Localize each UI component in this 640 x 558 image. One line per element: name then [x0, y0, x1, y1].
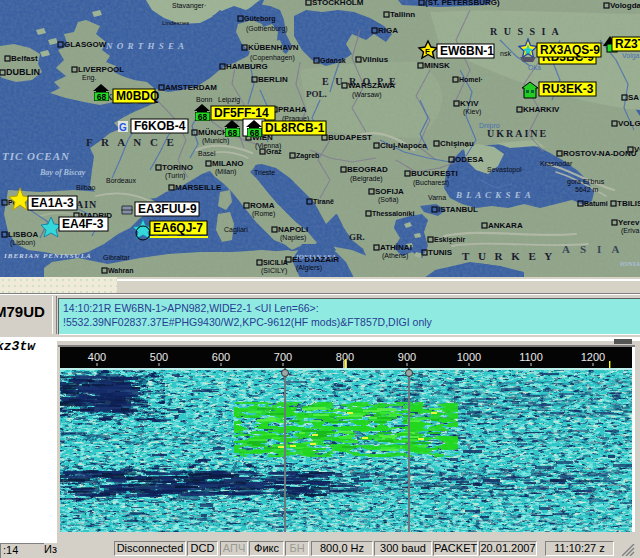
svg-text:G: G — [119, 122, 127, 133]
svg-text:Bilbao: Bilbao — [76, 184, 96, 191]
svg-text:(Algiers): (Algiers) — [296, 264, 322, 272]
svg-text:F: F — [425, 47, 430, 56]
svg-text:Krasnodar: Krasnodar — [540, 160, 573, 167]
svg-text:gora El'brus: gora El'brus — [567, 178, 605, 186]
svg-text:EA4F-3: EA4F-3 — [62, 217, 104, 231]
svg-text:GLASGOW: GLASGOW — [64, 40, 107, 49]
svg-text:ROMA: ROMA — [250, 201, 275, 210]
svg-text:EA6QJ-7: EA6QJ-7 — [153, 221, 203, 235]
svg-text:VOLGO: VOLGO — [618, 119, 640, 128]
svg-text:(Turin): (Turin) — [165, 172, 185, 180]
svg-text:(Gothenburg): (Gothenburg) — [246, 25, 288, 33]
svg-text:MINSK: MINSK — [424, 61, 450, 70]
svg-text:68: 68 — [97, 92, 107, 102]
svg-text:Yerev: Yerev — [618, 218, 640, 227]
svg-text:UKRAINE: UKRAINE — [487, 128, 548, 139]
svg-text:TORINO: TORINO — [162, 163, 193, 172]
svg-text:Eng.: Eng. — [82, 74, 96, 82]
svg-text:Volga: Volga — [622, 52, 640, 60]
svg-text:POL.: POL. — [306, 89, 327, 99]
svg-text:NAPOLI: NAPOLI — [278, 225, 308, 234]
svg-text:5642 m: 5642 m — [575, 186, 599, 193]
svg-text:HAMBURG: HAMBURG — [226, 62, 268, 71]
svg-text:TIC OCEAN: TIC OCEAN — [2, 150, 70, 162]
svg-text:Zagreb: Zagreb — [296, 152, 319, 160]
svg-text:STOCKHOLM: STOCKHOLM — [312, 0, 364, 7]
svg-text:600: 600 — [212, 351, 230, 363]
svg-text:SOFIJA: SOFIJA — [375, 187, 404, 196]
svg-text:Bonn: Bonn — [196, 96, 212, 103]
svg-text:Lindesnes: Lindesnes — [162, 20, 189, 26]
svg-text:1100: 1100 — [519, 351, 543, 363]
svg-text:WARSZAWA: WARSZAWA — [348, 81, 395, 90]
svg-text:DUBLIN: DUBLIN — [6, 67, 40, 77]
svg-text:BUCUREŞTI: BUCUREŞTI — [411, 169, 458, 178]
svg-text:(Naples): (Naples) — [280, 234, 306, 242]
svg-text:LIVERPOOL: LIVERPOOL — [78, 65, 124, 74]
svg-text:KHARKIV: KHARKIV — [523, 105, 560, 114]
svg-text:TUNIS: TUNIS — [428, 248, 453, 257]
svg-text:Oka: Oka — [528, 64, 541, 71]
svg-text:(Milan): (Milan) — [215, 168, 236, 176]
svg-text:1200: 1200 — [581, 351, 605, 363]
svg-text:R U S S I A: R U S S I A — [490, 26, 561, 37]
svg-text:PRAHA: PRAHA — [278, 105, 307, 114]
svg-text:MILANO: MILANO — [212, 159, 244, 168]
svg-text:(Eriva: (Eriva — [621, 227, 639, 235]
svg-text:Vologda: Vologda — [610, 1, 640, 10]
svg-text:Cagliari: Cagliari — [224, 226, 248, 234]
svg-text:B L A C K S E A: B L A C K S E A — [455, 190, 532, 200]
svg-text:Güteborg: Güteborg — [244, 15, 276, 23]
svg-text:AIN: AIN — [76, 199, 97, 210]
svg-text:Sevastopol·: Sevastopol· — [487, 166, 524, 174]
svg-text:(Warsaw): (Warsaw) — [352, 91, 382, 99]
svg-text:68: 68 — [250, 128, 260, 138]
svg-text:EA1A-3: EA1A-3 — [31, 196, 74, 210]
svg-text:VO: VO — [634, 145, 640, 154]
svg-text:A S I A: A S I A — [562, 243, 623, 255]
svg-text:RZ3T: RZ3T — [615, 37, 640, 51]
svg-text:68: 68 — [228, 128, 238, 138]
svg-text:F R A N C E: F R A N C E — [86, 136, 177, 148]
svg-text:ODESA: ODESA — [455, 155, 484, 164]
svg-text:700: 700 — [274, 351, 292, 363]
svg-text:Basel: Basel — [198, 150, 216, 157]
svg-text:N O R T H S E A: N O R T H S E A — [105, 41, 185, 51]
svg-text:EW6BN-1: EW6BN-1 — [440, 44, 494, 58]
svg-text:IONIA: IONIA — [619, 260, 640, 268]
svg-text:F6KOB-4: F6KOB-4 — [134, 119, 186, 133]
svg-text:(Sofia): (Sofia) — [378, 196, 399, 204]
svg-text:KYïV: KYïV — [460, 99, 479, 108]
svg-text:Dnipro: Dnipro — [479, 122, 500, 130]
svg-text:Homel·: Homel· — [459, 76, 483, 83]
svg-text:68: 68 — [198, 112, 208, 122]
svg-text:(Kiev): (Kiev) — [463, 108, 481, 116]
svg-text:(ST. PETERSBURG): (ST. PETERSBURG) — [425, 0, 500, 7]
svg-text:Graz: Graz — [266, 148, 282, 155]
svg-text:ATHÎNAI: ATHÎNAI — [380, 243, 412, 252]
svg-text:Leipzig: Leipzig — [218, 96, 240, 104]
svg-text:nsk: nsk — [500, 50, 511, 57]
svg-text:(Lisbon): (Lisbon) — [10, 239, 35, 247]
svg-text:Stavanger·: Stavanger· — [172, 2, 206, 10]
svg-text:Varna: Varna — [428, 194, 446, 201]
svg-text:(Athens): (Athens) — [382, 252, 408, 260]
svg-text:BERLIN: BERLIN — [258, 75, 288, 84]
svg-text:AMSTERDAM: AMSTERDAM — [165, 83, 217, 92]
svg-text:GR.: GR. — [349, 232, 365, 242]
svg-text:Batumi: Batumi — [584, 200, 608, 207]
svg-text:Thessaloníki: Thessaloníki — [372, 210, 414, 217]
svg-text:900: 900 — [398, 351, 416, 363]
svg-text:Gdańsk: Gdańsk — [320, 57, 346, 64]
svg-text:MARSEILLE: MARSEILLE — [175, 183, 222, 192]
svg-text:ISTANBUL: ISTANBUL — [438, 205, 478, 214]
svg-text:Vilnius: Vilnius — [362, 55, 389, 64]
svg-text:(Belgrade): (Belgrade) — [350, 175, 383, 183]
svg-text:Belfast: Belfast — [11, 54, 38, 63]
svg-text:BEOGRAD: BEOGRAD — [347, 165, 388, 174]
svg-text:SICILIA: SICILIA — [263, 259, 288, 266]
svg-text:Chişinạu: Chişinạu — [440, 139, 474, 148]
svg-text:Trieste: Trieste — [254, 169, 275, 176]
svg-text:Cluj-Napoca: Cluj-Napoca — [380, 141, 427, 150]
svg-text:Eskişehir: Eskişehir — [434, 236, 465, 244]
